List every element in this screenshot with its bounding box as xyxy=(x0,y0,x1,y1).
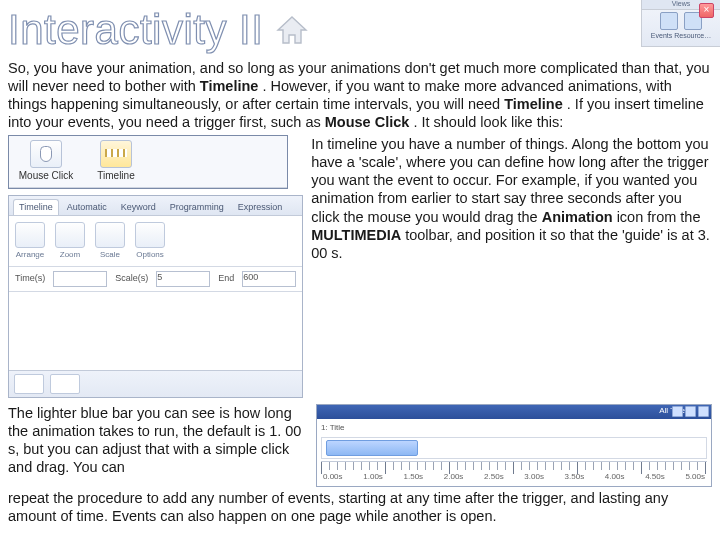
kw-animation: Animation xyxy=(542,209,613,225)
options-button[interactable] xyxy=(135,222,165,248)
home-icon[interactable] xyxy=(275,15,309,45)
field-label: Time(s) xyxy=(15,273,45,284)
tab-expression[interactable]: Expression xyxy=(232,199,289,215)
kw-timeline: Timeline xyxy=(504,96,563,112)
end-input[interactable]: 600 xyxy=(242,271,296,287)
trigger-mouse-click[interactable]: Mouse Click xyxy=(15,140,77,183)
tick-label: 3.00s xyxy=(524,472,544,482)
scale-input[interactable]: 5 xyxy=(156,271,210,287)
intro-paragraph: So, you have your animation, and so long… xyxy=(0,57,720,134)
time-input[interactable] xyxy=(53,271,107,287)
timeline-icon xyxy=(100,140,132,168)
maximize-icon[interactable] xyxy=(685,406,696,417)
timeline-track[interactable] xyxy=(321,437,707,459)
kw-multimedia: MULTIMEDIA xyxy=(311,227,401,243)
close-icon[interactable]: × xyxy=(699,3,714,18)
kw-mouse-click: Mouse Click xyxy=(325,114,410,130)
timeline-item[interactable]: Timeline xyxy=(85,140,147,183)
close-icon[interactable] xyxy=(698,406,709,417)
mouse-icon xyxy=(30,140,62,168)
arrange-button[interactable] xyxy=(15,222,45,248)
tick-label: 3.50s xyxy=(565,472,585,482)
tool-label: Scale xyxy=(100,250,120,260)
tool-label: Options xyxy=(136,250,164,260)
track-row-label: 1: Title xyxy=(321,423,345,432)
tab-keyword[interactable]: Keyword xyxy=(115,199,162,215)
trigger-label: Mouse Click xyxy=(19,170,73,183)
zoom-button[interactable] xyxy=(55,222,85,248)
tool-label: Zoom xyxy=(60,250,80,260)
tab-timeline[interactable]: Timeline xyxy=(13,199,59,215)
page-title: Interactivity II xyxy=(8,4,263,57)
text: repeat the procedure to add any number o… xyxy=(8,490,668,524)
kw-timeline: Timeline xyxy=(200,78,259,94)
svg-marker-0 xyxy=(278,17,306,43)
timeline-editor: Timeline Automatic Keyword Programming E… xyxy=(8,195,303,398)
minimize-icon[interactable] xyxy=(672,406,683,417)
timeline-label: Timeline xyxy=(97,170,134,183)
mid-paragraph: In timeline you have a number of things.… xyxy=(311,135,712,398)
tick-label: 1.50s xyxy=(404,472,424,482)
tab-programming[interactable]: Programming xyxy=(164,199,230,215)
animation-segment[interactable] xyxy=(326,440,418,456)
field-label: Scale(s) xyxy=(115,273,148,284)
events-icon[interactable] xyxy=(660,12,678,30)
tool-label: Arrange xyxy=(16,250,44,260)
tick-label: 1.00s xyxy=(363,472,383,482)
lower-paragraph-a: The lighter blue bar you can see is how … xyxy=(8,404,308,487)
tick-label: 4.50s xyxy=(645,472,665,482)
ribbon-items-label: Events Resource… xyxy=(642,32,720,41)
tick-label: 5.00s xyxy=(685,472,705,482)
lower-paragraph-b: repeat the procedure to add any number o… xyxy=(0,487,720,527)
field-label: End xyxy=(218,273,234,284)
events-window: × Mouse Click Timeline xyxy=(8,135,288,189)
timeline-canvas[interactable] xyxy=(9,292,302,370)
tab-automatic[interactable]: Automatic xyxy=(61,199,113,215)
text: The lighter blue bar you can see is how … xyxy=(8,405,301,475)
tick-label: 0.00s xyxy=(323,472,343,482)
time-ruler[interactable]: 0.00s 1.00s 1.50s 2.00s 2.50s 3.00s 3.50… xyxy=(321,461,707,484)
timeline-ruler-window: All Title 1: Title 0.00s 1.00s xyxy=(316,404,712,487)
text: icon from the xyxy=(617,209,701,225)
tick-label: 2.00s xyxy=(444,472,464,482)
text: . It should look like this: xyxy=(413,114,563,130)
scale-button[interactable] xyxy=(95,222,125,248)
footer-button[interactable] xyxy=(50,374,80,394)
tick-label: 4.00s xyxy=(605,472,625,482)
tick-label: 2.50s xyxy=(484,472,504,482)
footer-button[interactable] xyxy=(14,374,44,394)
